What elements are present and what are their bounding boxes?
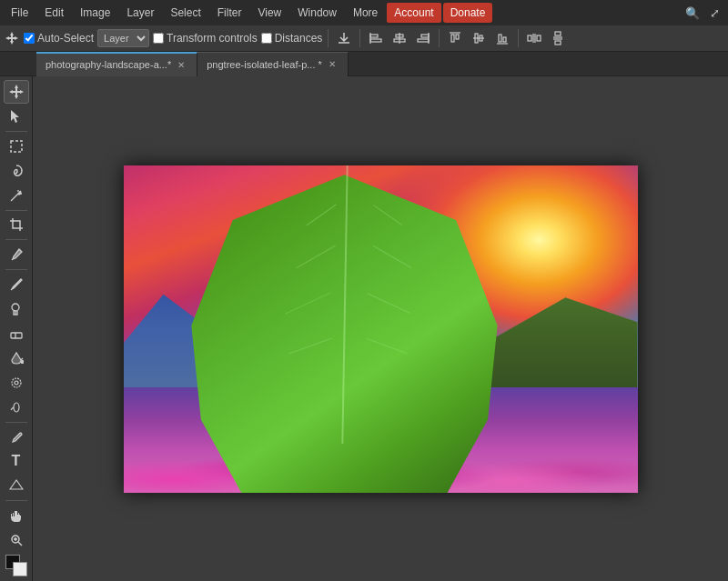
tool-move[interactable]	[4, 80, 29, 104]
tool-shape[interactable]	[4, 474, 29, 497]
tab-leaf[interactable]: pngtree-isolated-leaf-p... * ✕	[197, 52, 349, 76]
distances-group: Distances	[261, 32, 323, 45]
canvas-image	[124, 165, 638, 493]
svg-rect-23	[555, 41, 561, 45]
svg-rect-6	[421, 35, 429, 37]
tool-fill[interactable]	[4, 346, 29, 370]
menu-donate[interactable]: Donate	[443, 3, 493, 23]
toolbar: Auto-Select Layer Group Transform contro…	[0, 25, 728, 52]
tool-pen[interactable]	[4, 426, 29, 449]
svg-rect-15	[499, 35, 501, 42]
svg-rect-22	[555, 32, 561, 35]
tool-select-rect[interactable]	[4, 135, 29, 158]
autoselect-group: Auto-Select	[24, 32, 94, 45]
svg-point-37	[12, 378, 21, 387]
distances-checkbox[interactable]	[261, 33, 272, 44]
layer-select[interactable]: Layer Group	[97, 29, 149, 47]
svg-rect-18	[528, 35, 531, 41]
menu-select[interactable]: Select	[163, 3, 207, 23]
svg-point-39	[14, 403, 19, 412]
tool-dodge[interactable]	[4, 396, 29, 419]
align-right-btn[interactable]	[413, 28, 433, 48]
tool-brush[interactable]	[4, 273, 29, 296]
tool-zoom[interactable]	[4, 528, 29, 552]
tool-hand[interactable]	[4, 504, 29, 527]
tab-leaf-title: pngtree-isolated-leaf-p... *	[207, 59, 322, 70]
tool-sep-4	[5, 269, 27, 270]
menu-layer[interactable]: Layer	[119, 3, 161, 23]
svg-marker-40	[10, 480, 23, 489]
tool-crop[interactable]	[4, 214, 29, 237]
svg-rect-7	[418, 39, 429, 42]
menu-edit[interactable]: Edit	[37, 3, 71, 23]
svg-point-36	[21, 360, 24, 363]
tab-landscape-title: photography-landscape-a...*	[46, 59, 171, 70]
expand-icon[interactable]: ⤢	[704, 3, 724, 23]
menu-more[interactable]: More	[346, 3, 385, 23]
menu-window[interactable]: Window	[290, 3, 344, 23]
autoselect-label: Auto-Select	[37, 32, 94, 45]
search-icon[interactable]: 🔍	[682, 3, 703, 23]
svg-rect-33	[11, 333, 22, 338]
svg-line-35	[21, 358, 23, 360]
tab-landscape[interactable]: photography-landscape-a...* ✕	[36, 52, 197, 76]
tabs-bar: photography-landscape-a...* ✕ pngtree-is…	[0, 52, 728, 76]
align-center-h-btn[interactable]	[389, 28, 410, 48]
canvas-area	[33, 76, 728, 581]
toolbar-sep-2	[359, 29, 360, 47]
menu-account[interactable]: Account	[387, 3, 440, 23]
transform-controls-group: Transform controls	[153, 32, 258, 45]
tool-sep-2	[5, 210, 27, 211]
tool-sep-5	[5, 422, 27, 423]
align-middle-btn[interactable]	[469, 28, 489, 48]
transform-controls-checkbox[interactable]	[153, 33, 164, 44]
left-toolbar: T	[0, 76, 33, 581]
svg-line-27	[11, 194, 18, 201]
svg-line-42	[18, 542, 22, 546]
svg-point-38	[15, 381, 18, 385]
svg-rect-10	[456, 35, 459, 39]
svg-rect-9	[451, 35, 454, 42]
menu-image[interactable]: Image	[73, 3, 117, 23]
svg-rect-19	[537, 35, 541, 41]
tool-magic-wand[interactable]	[4, 184, 29, 207]
tab-leaf-close[interactable]: ✕	[326, 58, 339, 71]
autoselect-checkbox[interactable]	[24, 33, 35, 44]
tool-blur[interactable]	[4, 371, 29, 395]
tool-stamp[interactable]	[4, 297, 29, 321]
tool-sep-3	[5, 239, 27, 240]
tool-pointer[interactable]	[4, 105, 29, 128]
tool-eyedropper[interactable]	[4, 243, 29, 266]
tool-eraser[interactable]	[4, 322, 29, 346]
tool-sep-1	[5, 131, 27, 132]
align-bottom-btn[interactable]	[492, 28, 512, 48]
tab-landscape-close[interactable]: ✕	[175, 58, 187, 71]
download-btn[interactable]	[334, 28, 354, 48]
align-top-btn[interactable]	[445, 28, 465, 48]
menu-file[interactable]: File	[4, 3, 35, 23]
toolbar-sep-1	[328, 29, 329, 47]
main-area: T	[0, 76, 728, 581]
svg-rect-26	[11, 141, 22, 152]
tool-lasso[interactable]	[4, 159, 29, 183]
background-color	[13, 562, 27, 576]
tool-sep-6	[5, 500, 27, 501]
menu-view[interactable]: View	[250, 3, 288, 23]
svg-rect-0	[370, 35, 378, 37]
svg-rect-16	[503, 37, 506, 42]
toolbar-sep-3	[439, 29, 440, 47]
toolbar-sep-4	[518, 29, 519, 47]
tool-text[interactable]: T	[4, 449, 29, 473]
menubar: File Edit Image Layer Select Filter View…	[0, 0, 728, 25]
canvas-container	[124, 165, 638, 493]
align-left-btn[interactable]	[366, 28, 386, 48]
dist-v-btn[interactable]	[548, 28, 568, 48]
distances-label: Distances	[275, 32, 323, 45]
menu-filter[interactable]: Filter	[210, 3, 249, 23]
dist-h-btn[interactable]	[524, 28, 544, 48]
transform-controls-label: Transform controls	[167, 32, 258, 45]
svg-rect-1	[370, 39, 381, 42]
move-tool-indicator	[4, 30, 20, 46]
svg-point-31	[12, 304, 19, 311]
colors-display[interactable]	[4, 554, 29, 577]
